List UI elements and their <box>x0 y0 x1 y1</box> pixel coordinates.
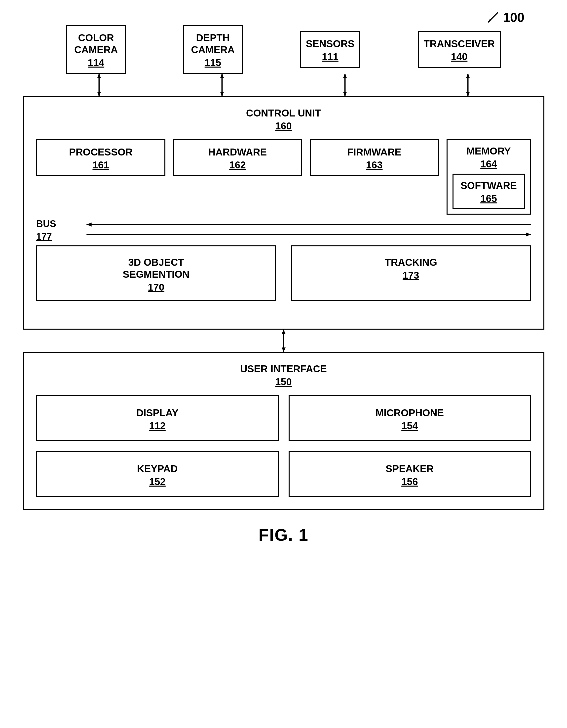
svg-marker-12 <box>466 74 470 78</box>
ui-grid: DISPLAY 112 MICROPHONE 154 KEYPAD 152 SP… <box>36 395 531 497</box>
fig-ref-number: 100 <box>503 10 525 25</box>
svg-marker-9 <box>343 74 347 78</box>
keypad-box: KEYPAD 152 <box>36 451 279 497</box>
software-num: 165 <box>457 193 520 204</box>
control-unit-title: CONTROL UNIT 160 <box>36 107 531 132</box>
user-interface-num: 150 <box>36 376 531 387</box>
user-interface-label: USER INTERFACE <box>36 363 531 375</box>
speaker-num: 156 <box>295 476 525 487</box>
memory-box: MEMORY 164 SOFTWARE 165 <box>447 139 531 215</box>
hardware-box: HARDWARE 162 <box>173 139 302 176</box>
software-box: SOFTWARE 165 <box>453 174 525 209</box>
depth-camera-num: 115 <box>189 57 237 68</box>
svg-marker-20 <box>282 347 286 352</box>
bidirectional-arrow-3 <box>340 74 350 96</box>
top-arrows-row <box>23 74 544 96</box>
firmware-label: FIRMWARE <box>316 146 433 158</box>
processor-num: 161 <box>42 159 160 171</box>
sensors-num: 111 <box>306 51 355 62</box>
arrow-depth-camera <box>192 74 252 96</box>
firmware-box: FIRMWARE 163 <box>310 139 439 176</box>
bidirectional-arrow-ui <box>279 330 289 352</box>
depth-camera-box: DEPTHCAMERA 115 <box>183 25 243 74</box>
svg-marker-15 <box>86 223 91 227</box>
sensors-label: SENSORS <box>306 38 355 50</box>
display-box: DISPLAY 112 <box>36 395 279 441</box>
user-interface-box: USER INTERFACE 150 DISPLAY 112 MICROPHON… <box>23 352 544 510</box>
3d-object-box: 3D OBJECTSEGMENTION 170 <box>36 245 276 301</box>
svg-marker-13 <box>466 92 470 96</box>
control-unit-label: CONTROL UNIT <box>36 107 531 119</box>
transceiver-label: TRANSCEIVER <box>424 38 495 50</box>
reference-arrow-icon <box>486 10 500 25</box>
software-label: SOFTWARE <box>457 180 520 192</box>
arrow-transceiver <box>438 74 498 96</box>
svg-marker-4 <box>97 92 101 96</box>
bidirectional-arrow-4 <box>463 74 473 96</box>
arrow-color-camera <box>69 74 129 96</box>
tracking-num: 173 <box>300 270 523 281</box>
hardware-label: HARDWARE <box>179 146 296 158</box>
svg-marker-6 <box>220 74 224 78</box>
control-unit-box: CONTROL UNIT 160 PROCESSOR 161 HARDWARE … <box>23 96 544 330</box>
bidirectional-arrow-2 <box>217 74 227 96</box>
user-interface-title: USER INTERFACE 150 <box>36 363 531 387</box>
svg-marker-7 <box>220 92 224 96</box>
speaker-box: SPEAKER 156 <box>289 451 531 497</box>
color-camera-num: 114 <box>72 57 120 68</box>
microphone-box: MICROPHONE 154 <box>289 395 531 441</box>
arrow-sensors <box>315 74 375 96</box>
figure-caption: FIG. 1 <box>23 525 544 544</box>
bus-section: BUS 177 <box>36 220 531 240</box>
svg-marker-17 <box>526 232 531 236</box>
microphone-label: MICROPHONE <box>295 407 525 419</box>
tracking-label: TRACKING <box>300 256 523 268</box>
control-unit-num: 160 <box>36 120 531 132</box>
color-camera-box: COLORCAMERA 114 <box>66 25 126 74</box>
display-num: 112 <box>42 420 273 431</box>
memory-title: MEMORY 164 <box>453 145 525 170</box>
hardware-num: 162 <box>179 159 296 171</box>
bus-arrow-svg <box>61 220 531 239</box>
microphone-num: 154 <box>295 420 525 431</box>
svg-marker-3 <box>97 74 101 78</box>
svg-marker-10 <box>343 92 347 96</box>
memory-label: MEMORY <box>453 145 525 157</box>
memory-num: 164 <box>453 158 525 170</box>
bus-label: BUS <box>36 218 56 230</box>
tracking-box: TRACKING 173 <box>291 245 531 301</box>
speaker-label: SPEAKER <box>295 463 525 475</box>
3d-object-label: 3D OBJECTSEGMENTION <box>45 256 268 280</box>
keypad-num: 152 <box>42 476 273 487</box>
3d-object-num: 170 <box>45 282 268 293</box>
bidirectional-arrow-1 <box>94 74 104 96</box>
diagram-container: 100 COLORCAMERA 114 DEPTHCAMERA 115 SENS… <box>23 10 544 544</box>
section-arrow-ui <box>23 330 544 352</box>
top-components-row: COLORCAMERA 114 DEPTHCAMERA 115 SENSORS … <box>23 25 544 74</box>
fig-caption-text: FIG. 1 <box>259 525 308 544</box>
bottom-inner-row: 3D OBJECTSEGMENTION 170 TRACKING 173 <box>36 245 531 301</box>
transceiver-box: TRANSCEIVER 140 <box>418 31 501 68</box>
sensors-box: SENSORS 111 <box>300 31 361 68</box>
firmware-num: 163 <box>316 159 433 171</box>
bus-label-container: BUS 177 <box>36 218 56 242</box>
processor-box: PROCESSOR 161 <box>36 139 166 176</box>
depth-camera-label: DEPTHCAMERA <box>189 32 237 56</box>
svg-marker-19 <box>282 330 286 334</box>
bus-num: 177 <box>36 231 56 242</box>
color-camera-label: COLORCAMERA <box>72 32 120 56</box>
display-label: DISPLAY <box>42 407 273 419</box>
transceiver-num: 140 <box>424 51 495 62</box>
processor-label: PROCESSOR <box>42 146 160 158</box>
keypad-label: KEYPAD <box>42 463 273 475</box>
inner-components-row: PROCESSOR 161 HARDWARE 162 FIRMWARE 163 … <box>36 139 531 215</box>
figure-reference: 100 <box>486 10 525 25</box>
